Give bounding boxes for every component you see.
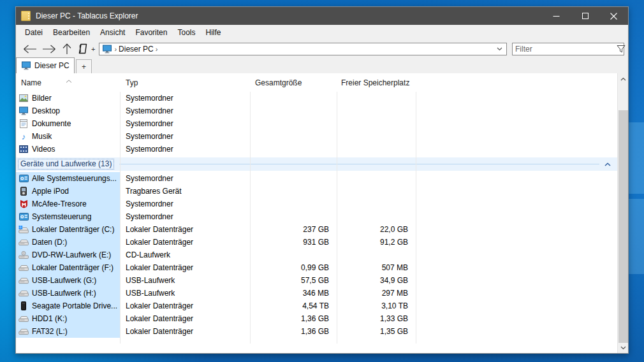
file-row[interactable]: SystemsteuerungSystemordner xyxy=(16,210,617,223)
file-size-cell xyxy=(250,117,337,130)
minimize-button[interactable] xyxy=(542,7,571,25)
file-name-cell[interactable]: Systemsteuerung xyxy=(16,210,120,223)
menu-ansicht[interactable]: Ansicht xyxy=(95,25,130,40)
file-name-cell[interactable]: Lokaler Datenträger (F:) xyxy=(16,261,120,274)
file-name-cell[interactable]: FAT32 (L:) xyxy=(16,325,120,338)
address-bar[interactable]: › Dieser PC › xyxy=(99,43,507,55)
column-header-freier-speicherplatz[interactable]: Freier Speicherplatz xyxy=(337,78,416,87)
titlebar[interactable]: Dieser PC - Tablacus Explorer xyxy=(16,7,628,25)
file-name-cell[interactable]: ♪Musik xyxy=(16,130,120,143)
file-name-cell[interactable]: USB-Laufwerk (H:) xyxy=(16,287,120,300)
file-row[interactable]: FAT32 (L:)Lokaler Datenträger1,36 GB1,35… xyxy=(16,325,617,338)
file-name-cell[interactable]: Seagate Portable Drive... xyxy=(16,300,120,312)
menu-hilfe[interactable]: Hilfe xyxy=(200,25,226,40)
new-tab-button[interactable]: + xyxy=(76,59,92,73)
file-name-label: Videos xyxy=(32,145,55,154)
file-size-cell: 1,36 GB xyxy=(250,325,337,338)
menubar: Datei Bearbeiten Ansicht Favoriten Tools… xyxy=(16,25,628,40)
file-blank-cell xyxy=(416,172,617,185)
file-row[interactable]: USB-Laufwerk (G:)USB-Laufwerk57,5 GB34,9… xyxy=(16,274,617,287)
file-row[interactable]: Alle Systemsteuerungs...Systemordner xyxy=(16,172,617,185)
breadcrumb-chevron-icon[interactable]: › xyxy=(156,45,158,53)
control-panel-icon xyxy=(18,173,29,184)
file-name-label: Bilder xyxy=(32,94,52,103)
file-name-cell[interactable]: HDD1 (K:) xyxy=(16,312,120,325)
address-dropdown-button[interactable] xyxy=(497,47,502,51)
forward-button[interactable] xyxy=(41,44,58,54)
file-row[interactable]: USB-Laufwerk (H:)USB-Laufwerk346 MB297 M… xyxy=(16,287,617,300)
column-header-gesamtgroesse[interactable]: Gesamtgröße xyxy=(250,78,337,87)
filter-icon xyxy=(617,45,626,53)
file-name-cell[interactable]: Desktop xyxy=(16,105,120,117)
file-row[interactable]: Apple iPodTragbares Gerät xyxy=(16,185,617,198)
tab-dieser-pc[interactable]: Dieser PC xyxy=(16,57,75,73)
file-size-cell: 1,36 GB xyxy=(250,312,337,325)
clone-tab-plus[interactable]: + xyxy=(91,45,95,53)
file-row[interactable]: DVD-RW-Laufwerk (E:)CD-Laufwerk xyxy=(16,249,617,261)
file-row[interactable]: HDD1 (K:)Lokaler Datenträger1,36 GB1,33 … xyxy=(16,312,617,325)
file-name-cell[interactable]: Bilder xyxy=(16,92,120,105)
menu-favoriten[interactable]: Favoriten xyxy=(130,25,172,40)
file-row[interactable]: DesktopSystemordner xyxy=(16,105,617,117)
window-title: Dieser PC - Tablacus Explorer xyxy=(36,11,138,20)
file-name-cell[interactable]: Daten (D:) xyxy=(16,236,120,249)
file-name-label: Seagate Portable Drive... xyxy=(32,301,117,310)
file-type-cell: Lokaler Datenträger xyxy=(120,261,250,274)
file-name-cell[interactable]: Lokaler Datenträger (C:) xyxy=(16,223,120,236)
drive-icon xyxy=(18,314,29,324)
file-name-cell[interactable]: McAfee-Tresore xyxy=(16,198,120,210)
menu-bearbeiten[interactable]: Bearbeiten xyxy=(48,25,95,40)
file-blank-cell xyxy=(416,210,617,223)
file-row[interactable]: BilderSystemordner xyxy=(16,92,617,105)
maximize-button[interactable] xyxy=(571,7,599,25)
menu-tools[interactable]: Tools xyxy=(172,25,200,40)
file-blank-cell xyxy=(416,198,617,210)
file-name-cell[interactable]: Dokumente xyxy=(16,117,120,130)
file-type-cell: Systemordner xyxy=(120,143,250,156)
file-name-label: HDD1 (K:) xyxy=(32,314,67,323)
group-header-row[interactable]: Geräte und Laufwerke (13) xyxy=(16,157,617,171)
file-row[interactable]: Lokaler Datenträger (F:)Lokaler Datenträ… xyxy=(16,261,617,274)
menu-datei[interactable]: Datei xyxy=(20,25,48,40)
file-row[interactable]: ♪MusikSystemordner xyxy=(16,130,617,143)
column-header-typ[interactable]: Typ xyxy=(120,78,250,87)
up-button[interactable] xyxy=(61,43,73,55)
file-row[interactable]: VideosSystemordner xyxy=(16,143,617,156)
file-blank-cell xyxy=(416,261,617,274)
group-header-label[interactable]: Geräte und Laufwerke (13) xyxy=(18,159,114,170)
file-free-space-cell xyxy=(337,92,416,105)
filter-input[interactable] xyxy=(513,45,617,54)
file-name-cell[interactable]: Apple iPod xyxy=(16,185,120,198)
file-name-label: USB-Laufwerk (G:) xyxy=(32,276,96,285)
file-row[interactable]: McAfee-TresoreSystemordner xyxy=(16,198,617,210)
file-row[interactable]: DokumenteSystemordner xyxy=(16,117,617,130)
file-row[interactable]: Seagate Portable Drive...Lokaler Datentr… xyxy=(16,300,617,312)
scroll-down-button[interactable] xyxy=(618,342,628,353)
back-button[interactable] xyxy=(21,44,38,54)
file-name-cell[interactable]: Alle Systemsteuerungs... xyxy=(16,172,120,185)
file-size-cell: 57,5 GB xyxy=(250,274,337,287)
file-size-cell: 931 GB xyxy=(250,236,337,249)
scroll-up-button[interactable] xyxy=(618,73,628,84)
file-blank-cell xyxy=(416,130,617,143)
file-size-cell xyxy=(250,105,337,117)
vertical-scrollbar[interactable] xyxy=(617,73,628,353)
file-name-cell[interactable]: Videos xyxy=(16,143,120,156)
file-row[interactable]: Lokaler Datenträger (C:)Lokaler Datenträ… xyxy=(16,223,617,236)
close-button[interactable] xyxy=(599,7,628,25)
file-free-space-cell xyxy=(337,210,416,223)
minimize-icon xyxy=(553,13,560,20)
collapse-group-button[interactable] xyxy=(604,163,611,166)
file-type-cell: Systemordner xyxy=(120,92,250,105)
column-separator xyxy=(250,92,251,344)
file-name-cell[interactable]: DVD-RW-Laufwerk (E:) xyxy=(16,249,120,261)
file-name-label: Musik xyxy=(32,132,52,141)
breadcrumb-item[interactable]: Dieser PC xyxy=(119,45,154,54)
back-icon xyxy=(22,44,37,54)
file-name-cell[interactable]: USB-Laufwerk (G:) xyxy=(16,274,120,287)
file-size-cell xyxy=(250,92,337,105)
file-row[interactable]: Daten (D:)Lokaler Datenträger931 GB91,2 … xyxy=(16,236,617,249)
scrollbar-thumb[interactable] xyxy=(618,110,628,343)
clone-tab-button[interactable] xyxy=(76,43,90,55)
file-type-cell: Lokaler Datenträger xyxy=(120,300,250,312)
